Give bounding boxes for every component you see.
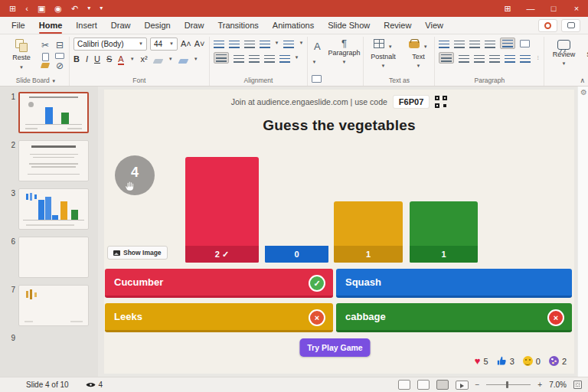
gear-icon[interactable]: ⚙ [580,88,587,96]
text-box-icon[interactable] [312,75,322,83]
merge-icon[interactable] [489,55,500,63]
paragraph-button[interactable]: ¶ Paragraph ▼ [328,38,359,68]
undo-caret-icon[interactable]: ▾ [87,0,90,17]
columns-caret-icon[interactable]: ▼ [295,52,299,64]
menu-item-draw[interactable]: Draw [178,18,211,34]
align-text-caret-icon[interactable]: ▼ [299,38,303,49]
thumbnail-preview[interactable] [18,188,89,230]
postnalt-button[interactable]: ▼ Postnalt ▼ [368,38,398,72]
font-color-caret-icon[interactable]: ▼ [130,54,135,65]
reading-view-icon[interactable] [436,380,449,390]
back-icon[interactable]: ‹ [25,0,28,17]
maximize-button[interactable]: □ [542,0,565,17]
slide-thumbnail-7[interactable]: 7 [6,285,98,326]
menu-item-design[interactable]: Design [137,18,177,34]
reaction-thumbs-up[interactable]: 3 [497,356,514,366]
text-frame-icon[interactable] [520,40,530,47]
bullet-list-icon[interactable] [214,41,224,48]
menu-item-transitions[interactable]: Transitions [211,18,265,34]
strikethrough-icon[interactable]: S [106,53,112,66]
superscript-icon[interactable]: x² [141,53,148,66]
try-play-game-button[interactable]: Try Play Game [299,338,370,357]
indent-decrease-icon[interactable] [439,41,449,48]
columns-icon[interactable] [279,55,290,63]
fit-to-window-icon[interactable] [573,381,582,389]
spacing-after-icon[interactable] [485,41,495,48]
rotate-icon[interactable] [505,55,515,63]
thumbnail-preview[interactable] [18,92,89,133]
align-text-icon[interactable] [283,41,294,48]
distribute-cols-icon[interactable] [474,55,485,63]
add-window-button[interactable]: ⊞ [496,0,519,17]
slide-sorter-view-icon[interactable] [417,380,430,390]
menu-item-insert[interactable]: Insert [69,18,104,34]
text-direction-icon[interactable] [260,41,270,48]
slide-thumbnail-3[interactable]: 3 [6,188,98,230]
save-icon[interactable]: ▣ [38,0,45,17]
vertical-scrollbar[interactable]: ⚙ [577,87,588,377]
slide-thumbnail-2[interactable]: 2 [6,140,98,181]
slide-thumbnail-9[interactable]: 9 [6,333,98,342]
answer-card-leeks[interactable]: Leeks× [105,303,333,332]
distribute-rows-icon[interactable] [459,55,469,63]
wrap-text-icon[interactable] [500,38,515,49]
font-size-select[interactable]: 44▼ [150,38,178,51]
screenshot-icon[interactable]: ◉ [54,0,62,17]
reaction-heart[interactable]: ♥5 [475,356,488,366]
format-painter-icon[interactable] [41,63,50,68]
zoom-out-icon[interactable]: − [475,381,480,389]
minimize-button[interactable]: — [519,0,542,17]
text-fill-caret-icon[interactable]: ▼ [312,60,316,64]
text-highlight-icon[interactable] [178,59,188,64]
indent-increase-icon[interactable] [454,41,465,48]
highlighter-icon[interactable] [152,59,163,64]
close-button[interactable]: × [565,0,588,17]
zoom-slider[interactable] [486,384,531,385]
cut-icon[interactable]: ✂ [40,40,51,51]
italic-icon[interactable]: I [86,53,88,66]
layout-icon[interactable] [55,53,64,59]
font-color-icon[interactable]: A [118,54,123,65]
normal-view-icon[interactable] [398,380,410,390]
menu-item-animations[interactable]: Animations [266,18,321,34]
spacing-before-icon[interactable] [469,41,480,48]
slideshow-view-icon[interactable] [456,381,469,390]
zoom-in-icon[interactable]: + [537,381,542,389]
text-highlight-caret-icon[interactable]: ▼ [194,54,198,65]
answer-card-cabbage[interactable]: cabbage× [336,303,572,332]
text-fill-icon[interactable]: A [312,41,322,52]
answer-card-cucumber[interactable]: Cucumber✓ [105,269,333,298]
highlighter-caret-icon[interactable]: ▼ [168,54,173,65]
thumbnail-preview[interactable] [18,140,89,181]
align-right-icon[interactable] [249,55,260,63]
text-as-button[interactable]: ▼ Text ▼ [406,38,430,72]
line-spacing-icon[interactable] [244,41,255,48]
thumbnail-preview[interactable] [18,237,89,278]
undo-icon[interactable]: ↶ [71,0,78,17]
new-slide-icon[interactable]: ⊟ [54,40,65,51]
numbered-list-icon[interactable] [229,41,240,48]
font-name-select[interactable]: Calibri (Body)▼ [74,38,147,51]
copy-icon[interactable] [42,53,49,61]
align-objects-icon[interactable] [439,52,454,64]
record-button[interactable] [538,19,557,32]
menu-item-review[interactable]: Review [377,18,418,34]
thumbnail-preview[interactable] [18,285,89,326]
slide-thumbnail-6[interactable]: 6 [6,237,98,278]
justify-icon[interactable] [264,55,275,63]
slide-thumbnail-1[interactable]: 1 [6,92,98,133]
paste-button[interactable]: Reste ▼ [7,38,36,74]
quickbar-caret-icon[interactable]: ▾ [100,0,103,17]
menu-item-slide-show[interactable]: Slide Show [321,18,377,34]
align-left-icon[interactable] [214,52,229,64]
underline-icon[interactable]: U [94,53,100,66]
shrink-font-icon[interactable]: A˅ [194,38,205,51]
align-center-icon[interactable] [234,55,244,63]
reaction-smiley[interactable]: 0 [523,356,541,366]
collapse-ribbon-icon[interactable]: ∧ [580,77,585,84]
sort-icon[interactable] [520,55,531,63]
answer-card-squash[interactable]: Squash [336,269,572,298]
review-button[interactable]: Review ▼ [548,38,579,70]
menu-item-draw[interactable]: Draw [104,18,138,34]
reaction-party[interactable]: 2 [549,356,567,366]
